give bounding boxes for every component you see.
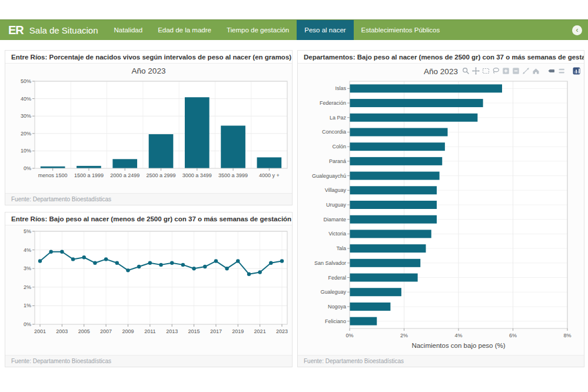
svg-text:20%: 20% bbox=[21, 131, 31, 137]
departments-bar-chart[interactable]: IslasFederaciónLa PazConcordiaColónParan… bbox=[298, 79, 584, 354]
svg-text:Tala: Tala bbox=[336, 245, 346, 251]
panel-departments-body: Año 2023 IslasFederaciónLa PazConcordiaC… bbox=[298, 64, 584, 355]
svg-text:50%: 50% bbox=[21, 78, 31, 84]
svg-text:Nogoya: Nogoya bbox=[328, 304, 346, 310]
panel-departments-title: Departamentos: Bajo peso al nacer (menos… bbox=[298, 51, 584, 64]
svg-text:Feliciano: Feliciano bbox=[325, 318, 346, 324]
panel-low-weight-trend-title: Entre Ríos: Bajo peso al nacer (menos de… bbox=[5, 212, 292, 225]
low-weight-trend-line-chart[interactable]: 0%1%2%3%4%5%2001200320052007200920112013… bbox=[5, 225, 292, 354]
tab-edad-de-la-madre[interactable]: Edad de la madre bbox=[150, 20, 219, 40]
svg-text:San Salvador: San Salvador bbox=[314, 260, 346, 266]
svg-text:Villaguay: Villaguay bbox=[325, 187, 347, 193]
zoom-icon[interactable] bbox=[461, 67, 470, 75]
tab-tiempo-de-gestaci-n[interactable]: Tiempo de gestación bbox=[219, 20, 297, 40]
er-logo: ER bbox=[8, 24, 24, 37]
svg-text:40%: 40% bbox=[21, 96, 31, 102]
svg-text:4%: 4% bbox=[454, 333, 462, 338]
hover-compare-icon[interactable] bbox=[557, 67, 565, 75]
box-select-icon[interactable] bbox=[481, 67, 490, 75]
svg-text:10%: 10% bbox=[21, 148, 31, 154]
zoom-out-icon[interactable] bbox=[511, 67, 520, 75]
panel-weight-intervals-source: Fuente: Departamento Bioestadísticas bbox=[5, 193, 292, 205]
svg-text:3%: 3% bbox=[24, 265, 31, 271]
svg-text:Diamante: Diamante bbox=[323, 217, 346, 222]
svg-text:3500 a 3999: 3500 a 3999 bbox=[218, 172, 248, 178]
panel-low-weight-trend: Entre Ríos: Bajo peso al nacer (menos de… bbox=[5, 212, 293, 367]
svg-text:0%: 0% bbox=[346, 333, 353, 338]
svg-text:1%: 1% bbox=[24, 303, 31, 308]
tab-establecimientos-p-blicos[interactable]: Establecimientos Públicos bbox=[354, 20, 448, 40]
svg-text:Gualeguay: Gualeguay bbox=[320, 289, 346, 295]
svg-text:Federal: Federal bbox=[328, 275, 346, 281]
departments-chart-title-row: Año 2023 bbox=[298, 64, 584, 79]
weight-intervals-bar-chart[interactable]: 0%10%20%30%40%50%menos 15001500 a 199920… bbox=[5, 78, 292, 190]
svg-text:3000 a 3499: 3000 a 3499 bbox=[182, 172, 212, 178]
svg-text:30%: 30% bbox=[21, 113, 31, 119]
svg-text:2003: 2003 bbox=[56, 328, 68, 334]
svg-text:Colón: Colón bbox=[332, 144, 346, 150]
svg-text:2000 a 2499: 2000 a 2499 bbox=[110, 172, 139, 178]
svg-text:2%: 2% bbox=[24, 284, 31, 290]
svg-text:4%: 4% bbox=[24, 247, 31, 253]
panel-low-weight-trend-source: Fuente: Departamento Bioestadísticas bbox=[5, 355, 292, 367]
brand: ER Sala de Situacion bbox=[0, 20, 107, 40]
sidebar-collapse-button[interactable]: ‹ bbox=[572, 25, 582, 35]
svg-text:Islas: Islas bbox=[335, 85, 346, 91]
svg-text:Uruguay: Uruguay bbox=[326, 202, 347, 208]
app-header: ER Sala de Situacion NatalidadEdad de la… bbox=[0, 19, 588, 40]
plotly-logo-icon[interactable] bbox=[572, 67, 580, 75]
weight-intervals-chart-title: Año 2023 bbox=[5, 64, 292, 78]
svg-text:2017: 2017 bbox=[210, 328, 222, 334]
svg-text:2021: 2021 bbox=[254, 328, 266, 334]
svg-text:2023: 2023 bbox=[276, 328, 288, 334]
pan-icon[interactable] bbox=[471, 67, 480, 75]
tab-peso-al-nacer[interactable]: Peso al nacer bbox=[297, 20, 353, 40]
svg-text:8%: 8% bbox=[563, 333, 571, 338]
svg-text:2001: 2001 bbox=[34, 328, 46, 334]
app-title: Sala de Situacion bbox=[29, 25, 98, 35]
svg-text:2007: 2007 bbox=[100, 328, 112, 334]
plotly-modebar bbox=[461, 67, 580, 75]
svg-text:0%: 0% bbox=[24, 165, 31, 171]
svg-text:2009: 2009 bbox=[122, 328, 134, 334]
autoscale-icon[interactable] bbox=[521, 67, 530, 75]
svg-text:6%: 6% bbox=[509, 333, 517, 338]
svg-text:Concordia: Concordia bbox=[322, 129, 346, 135]
departments-chart-title: Año 2023 bbox=[424, 67, 458, 76]
panel-low-weight-trend-body: 0%1%2%3%4%5%2001200320052007200920112013… bbox=[5, 225, 292, 355]
svg-text:2011: 2011 bbox=[144, 328, 155, 334]
tab-natalidad[interactable]: Natalidad bbox=[107, 20, 151, 40]
hover-closest-icon[interactable] bbox=[547, 67, 555, 75]
svg-text:Federación: Federación bbox=[320, 100, 346, 106]
panel-weight-intervals: Entre Ríos: Porcentaje de nacidos vivos … bbox=[5, 50, 293, 205]
svg-text:Paraná: Paraná bbox=[329, 158, 346, 164]
svg-text:5%: 5% bbox=[24, 228, 31, 234]
svg-text:2500 a 2999: 2500 a 2999 bbox=[146, 172, 175, 178]
svg-text:1500 a 1999: 1500 a 1999 bbox=[74, 172, 104, 178]
reset-axes-icon[interactable] bbox=[531, 67, 540, 75]
zoom-in-icon[interactable] bbox=[501, 67, 510, 75]
svg-text:2013: 2013 bbox=[166, 328, 178, 334]
svg-text:2005: 2005 bbox=[78, 328, 90, 334]
svg-text:menos 1500: menos 1500 bbox=[38, 172, 68, 178]
panel-weight-intervals-title: Entre Ríos: Porcentaje de nacidos vivos … bbox=[5, 51, 292, 64]
svg-text:4000 y +: 4000 y + bbox=[259, 172, 280, 178]
svg-text:2015: 2015 bbox=[188, 328, 200, 334]
panel-departments-source: Fuente: Departamento Bioestadísticas bbox=[298, 355, 584, 367]
svg-text:Nacimientos con bajo peso (%): Nacimientos con bajo peso (%) bbox=[411, 342, 505, 349]
panel-departments: Departamentos: Bajo peso al nacer (menos… bbox=[297, 50, 584, 367]
panel-weight-intervals-body: Año 2023 0%10%20%30%40%50%menos 15001500… bbox=[5, 64, 292, 193]
svg-text:2%: 2% bbox=[400, 333, 408, 338]
svg-text:0%: 0% bbox=[24, 321, 31, 327]
svg-text:2019: 2019 bbox=[232, 328, 244, 334]
lasso-select-icon[interactable] bbox=[491, 67, 500, 75]
chevron-left-icon: ‹ bbox=[576, 26, 579, 34]
svg-text:Gualeguaychú: Gualeguaychú bbox=[312, 173, 346, 179]
nav-tabs: NatalidadEdad de la madreTiempo de gesta… bbox=[107, 20, 448, 40]
svg-text:Victoria: Victoria bbox=[328, 231, 346, 237]
svg-text:La Paz: La Paz bbox=[330, 115, 347, 121]
